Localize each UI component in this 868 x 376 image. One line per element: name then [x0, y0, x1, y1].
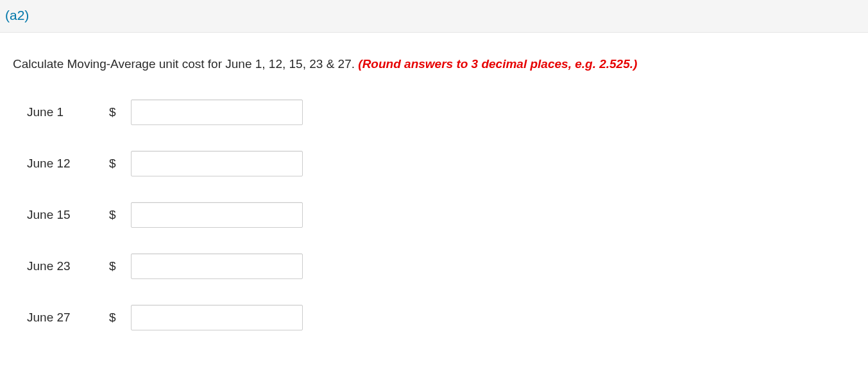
instruction-text: Calculate Moving-Average unit cost for J…	[13, 57, 855, 71]
currency-symbol: $	[109, 311, 131, 325]
currency-symbol: $	[109, 105, 131, 119]
section-header: (a2)	[0, 0, 868, 33]
answer-row: June 12 $	[27, 151, 855, 176]
answer-input-june-27[interactable]	[131, 305, 303, 330]
instruction-main: Calculate Moving-Average unit cost for J…	[13, 57, 358, 71]
answer-input-june-1[interactable]	[131, 99, 303, 125]
instruction-hint: (Round answers to 3 decimal places, e.g.…	[358, 57, 637, 71]
answer-input-june-15[interactable]	[131, 202, 303, 228]
currency-symbol: $	[109, 157, 131, 171]
answer-input-june-12[interactable]	[131, 151, 303, 176]
answer-input-june-23[interactable]	[131, 253, 303, 279]
answer-row: June 15 $	[27, 202, 855, 228]
answer-row: June 27 $	[27, 305, 855, 330]
currency-symbol: $	[109, 208, 131, 222]
answer-row: June 1 $	[27, 99, 855, 125]
section-label: (a2)	[5, 8, 29, 22]
row-label-june-27: June 27	[27, 311, 109, 325]
content-area: Calculate Moving-Average unit cost for J…	[0, 33, 868, 330]
answer-row: June 23 $	[27, 253, 855, 279]
row-label-june-1: June 1	[27, 105, 109, 119]
currency-symbol: $	[109, 259, 131, 273]
row-label-june-12: June 12	[27, 157, 109, 171]
row-label-june-23: June 23	[27, 259, 109, 273]
answer-rows: June 1 $ June 12 $ June 15 $ June 23 $ J…	[13, 99, 855, 330]
row-label-june-15: June 15	[27, 208, 109, 222]
